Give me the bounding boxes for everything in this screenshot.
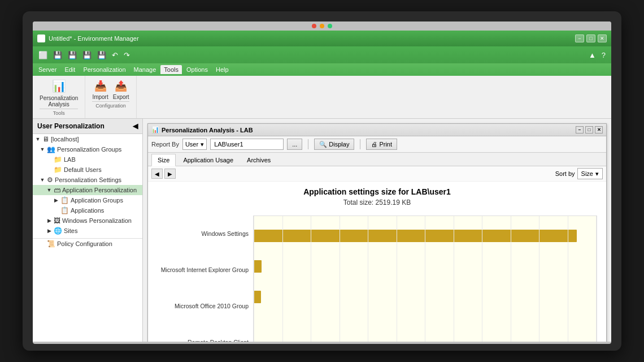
tree-item-default-users[interactable]: 📁 Default Users: [33, 165, 142, 175]
display-button[interactable]: 🔍 Display: [314, 139, 354, 150]
qa-icon-save[interactable]: 💾: [52, 50, 63, 61]
sort-chevron-icon: ▾: [595, 170, 599, 178]
tab-app-usage[interactable]: Application Usage: [177, 154, 240, 166]
bar-2: [254, 291, 261, 303]
tree-item-applications[interactable]: 📋 Applications: [33, 205, 142, 216]
expand-pg: ▼: [40, 146, 45, 152]
icon-ag: 📋: [60, 196, 69, 204]
close-button[interactable]: ✕: [598, 35, 607, 42]
expand-policy: [40, 241, 45, 247]
print-icon: 🖨: [371, 141, 377, 148]
qa-icon-undo[interactable]: ↶: [111, 50, 119, 61]
menu-tools[interactable]: Tools: [160, 65, 182, 74]
titlebar-left: Untitled* - Environment Manager: [37, 35, 139, 42]
report-close[interactable]: ✕: [595, 126, 603, 133]
report-titlebar: 📊 Personalization Analysis - LAB − □ ✕: [148, 124, 606, 136]
ribbon-group-config: 📥 Import 📤 Export Configuration: [85, 76, 136, 118]
menu-manage[interactable]: Manage: [130, 65, 160, 74]
report-by-dropdown[interactable]: User ▾: [182, 139, 207, 150]
ribbon-tools-label: Tools: [40, 109, 78, 116]
label-apps: Applications: [71, 207, 104, 214]
report-container: 📊 Personalization Analysis - LAB − □ ✕: [143, 119, 611, 342]
tree-item-app-groups[interactable]: ▶ 📋 Application Groups: [33, 195, 142, 205]
user-input[interactable]: [210, 139, 284, 150]
report-maximize[interactable]: □: [585, 126, 593, 133]
app-titlebar: Untitled* - Environment Manager − □ ✕: [33, 31, 611, 46]
tree-item-policy-config[interactable]: 📜 Policy Configuration: [33, 239, 142, 249]
bar-row-2: [254, 288, 597, 305]
chart-labels: Windows Settings Microsoft Internet Expl…: [157, 216, 253, 342]
tab-size[interactable]: Size: [151, 154, 176, 166]
personalization-analysis-label: PersonalizationAnalysis: [40, 95, 78, 107]
nav-back[interactable]: ◀: [151, 169, 163, 179]
chevron-down-icon: ▾: [201, 141, 204, 148]
bar-1: [254, 260, 262, 273]
bar-row-0: [254, 227, 597, 244]
tree-item-personalization-groups[interactable]: ▼ 👥 Personalization Groups: [33, 144, 142, 154]
expand-ap: ▼: [46, 187, 52, 193]
icon-policy: 📜: [47, 240, 55, 248]
import-icon[interactable]: 📥: [93, 78, 108, 94]
magnifier-icon: 🔍: [319, 141, 327, 148]
tree-item-lab[interactable]: 📁 LAB: [33, 154, 142, 165]
report-title: Personalization Analysis - LAB: [162, 127, 253, 133]
chart-bars-wrap: 0 200 400 600 800 1000 1200 1400 1600: [253, 216, 597, 342]
import-label: Import: [92, 94, 108, 100]
report-title-icon: 📊: [151, 126, 159, 133]
ellipsis-button[interactable]: ...: [287, 139, 302, 150]
qa-icon-redo[interactable]: ↷: [123, 50, 131, 61]
sidebar: User Personalization ◀ ▼ 🖥 [localhost] ▼…: [33, 119, 143, 342]
title-bar-dots: [33, 21, 611, 31]
minimize-button[interactable]: −: [575, 35, 584, 42]
qa-icon-save4[interactable]: 💾: [96, 50, 107, 61]
ribbon-group-tools: 📊 PersonalizationAnalysis Tools: [33, 76, 85, 118]
print-button[interactable]: 🖨 Print: [366, 139, 397, 150]
tree-item-sites[interactable]: ▶ 🌐 Sites: [33, 226, 142, 236]
menu-server[interactable]: Server: [35, 65, 60, 74]
sort-dropdown[interactable]: Size ▾: [577, 168, 603, 179]
titlebar-controls: − □ ✕: [575, 35, 607, 42]
icon-ps: ⚙: [47, 176, 53, 184]
nav-forward[interactable]: ▶: [164, 169, 176, 179]
label-lab: LAB: [64, 156, 76, 163]
qa-icon-save3[interactable]: 💾: [81, 50, 93, 61]
quickaccess-bar: ⬜ 💾 💾 💾 💾 ↶ ↷ ▲ ?: [33, 46, 611, 63]
personalization-analysis-icon[interactable]: 📊: [51, 78, 67, 94]
icon-lab: 📁: [54, 156, 62, 163]
separator-1: [308, 139, 308, 149]
dot-red: [312, 24, 316, 28]
qa-icon-collapse[interactable]: ▲: [588, 50, 597, 61]
qa-icon-1[interactable]: ⬜: [37, 50, 49, 61]
expand-apps: [53, 208, 59, 213]
app-icon: [37, 35, 45, 42]
menu-personalization[interactable]: Personalization: [80, 65, 129, 74]
expand-lab: [46, 157, 52, 162]
tree-item-app-pers[interactable]: ▼ 🗃 Application Personalization: [33, 185, 142, 195]
menu-edit[interactable]: Edit: [61, 65, 79, 74]
ribbon: 📊 PersonalizationAnalysis Tools 📥 Import…: [33, 76, 611, 119]
expand-sites: ▶: [46, 228, 52, 234]
print-label: Print: [379, 141, 392, 148]
report-minimize[interactable]: −: [576, 126, 584, 133]
tree-item-localhost[interactable]: ▼ 🖥 [localhost]: [33, 134, 142, 144]
dot-green: [328, 24, 332, 28]
qa-icon-help[interactable]: ?: [601, 50, 607, 61]
maximize-button[interactable]: □: [586, 35, 595, 42]
bar-label-0: Windows Settings: [157, 230, 249, 238]
label-du: Default Users: [64, 166, 102, 173]
icon-apps: 📋: [60, 206, 69, 214]
label-ap: Application Personalization: [62, 187, 137, 193]
sidebar-collapse-icon[interactable]: ◀: [133, 122, 138, 130]
tree-item-win-pers[interactable]: ▶ 🖼 Windows Personalization: [33, 216, 142, 226]
bar-0: [254, 230, 577, 242]
qa-icon-save2[interactable]: 💾: [67, 50, 78, 61]
menu-help[interactable]: Help: [212, 65, 232, 74]
tab-archives[interactable]: Archives: [241, 154, 277, 166]
label-localhost: [localhost]: [51, 136, 79, 143]
export-icon[interactable]: 📤: [113, 78, 129, 94]
menu-options[interactable]: Options: [183, 65, 211, 74]
main-area: User Personalization ◀ ▼ 🖥 [localhost] ▼…: [33, 119, 611, 342]
label-ps: Personalization Settings: [55, 176, 121, 183]
bar-row-3: [254, 320, 597, 337]
tree-item-pers-settings[interactable]: ▼ ⚙ Personalization Settings: [33, 175, 142, 185]
